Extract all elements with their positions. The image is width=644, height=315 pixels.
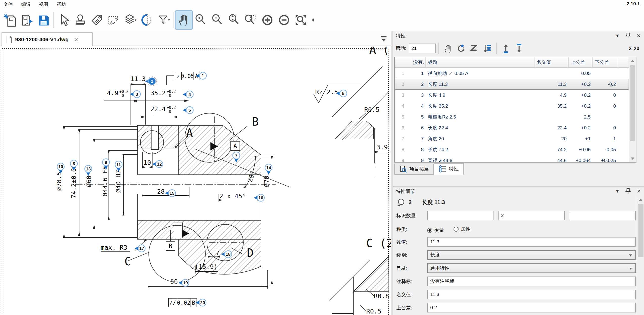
svg-text:-0: -0 xyxy=(167,93,171,98)
rotate-icon[interactable] xyxy=(454,43,467,54)
table-row[interactable]: 66长度 22.422.4+0.20 xyxy=(395,122,629,133)
col-upper[interactable]: 上公差 xyxy=(569,57,593,67)
characteristics-table: 没有。标题名义值上公差下公差11径向跳动 ↗ 0.05 A0.0522长度 11… xyxy=(394,57,636,163)
panel-splitter[interactable] xyxy=(391,31,393,315)
zoom-window-button[interactable] xyxy=(242,11,259,29)
jump-first-icon[interactable] xyxy=(499,43,512,54)
minus-button[interactable] xyxy=(276,11,292,29)
tab-project-expansion[interactable]: 项目拓展 xyxy=(394,164,434,175)
collapse-left-button[interactable] xyxy=(309,11,317,29)
tab-list-icon[interactable] xyxy=(380,35,388,42)
nominal-input[interactable]: 11.3 xyxy=(427,290,636,299)
detail-heading: 长度 11.3 xyxy=(422,199,445,206)
dimension-text: 7 xyxy=(216,249,219,257)
document-tab[interactable]: 930-1200-406-V1.dwg × xyxy=(2,32,93,46)
col-no[interactable]: 没有。 xyxy=(411,57,426,67)
col-nominal[interactable]: 名义值 xyxy=(534,57,569,67)
dimension-text: 4.9 xyxy=(107,89,118,97)
z-order-icon[interactable] xyxy=(467,43,481,54)
table-row[interactable]: 77角度 2020+1-1 xyxy=(395,133,629,144)
zoom-out-button[interactable] xyxy=(209,11,226,29)
details-scrollbar[interactable] xyxy=(637,196,644,315)
panel-pin-icon[interactable] xyxy=(625,32,631,39)
balloon-12[interactable]: 12 xyxy=(152,161,163,168)
pick-hand-icon[interactable] xyxy=(441,43,454,54)
scroll-up-icon[interactable] xyxy=(637,196,644,203)
panel-close-icon[interactable]: × xyxy=(635,32,642,39)
scroll-up-icon[interactable] xyxy=(629,57,636,64)
table-row[interactable]: 11径向跳动 ↗ 0.05 A0.05 xyxy=(395,68,629,79)
svg-text:8: 8 xyxy=(73,161,75,166)
save-button[interactable] xyxy=(35,11,52,29)
region-select-button[interactable]: 1A xyxy=(105,11,122,29)
svg-text:20: 20 xyxy=(200,300,205,305)
layers-button[interactable] xyxy=(122,11,139,29)
menu-edit[interactable]: 编辑 xyxy=(21,1,30,7)
id-count-input-1[interactable] xyxy=(427,211,494,220)
table-row[interactable]: 55粗糙度Rz 2.52.5 xyxy=(395,111,629,122)
hand-button[interactable] xyxy=(176,11,192,29)
plus-button[interactable] xyxy=(259,11,276,29)
table-scrollbar[interactable] xyxy=(629,57,636,162)
zoom-fit-button[interactable] xyxy=(292,11,309,29)
balloon-4[interactable]: 4 xyxy=(183,91,193,98)
value-input[interactable]: 11.3 xyxy=(427,237,636,247)
select-cursor-button[interactable] xyxy=(55,11,72,29)
tag-button[interactable] xyxy=(89,11,105,29)
kind-radio-variable[interactable]: 变量 xyxy=(427,227,444,234)
tab-close-icon[interactable]: × xyxy=(74,36,78,44)
drawing-canvas[interactable]: ↗0.05A//0.02BAB11.34.9+0.2-035.2+0.2-022… xyxy=(0,47,391,315)
balloon-20[interactable]: 20 xyxy=(196,299,206,306)
col-title[interactable]: 标题 xyxy=(426,57,534,67)
list-sort-icon[interactable] xyxy=(481,43,494,54)
open-document-button[interactable] xyxy=(18,11,35,29)
table-row[interactable]: 88长度 74.274.2+0.05-0.05 xyxy=(395,144,629,155)
col-lower[interactable]: 下公差 xyxy=(593,57,618,67)
svg-text://: // xyxy=(169,300,176,306)
new-document-button[interactable] xyxy=(2,11,18,29)
jump-last-icon[interactable] xyxy=(512,43,526,54)
details-panel-title-text: 特性细节 xyxy=(396,188,415,195)
table-scroll-thumb[interactable] xyxy=(630,65,635,141)
balloon-17[interactable]: 17 xyxy=(135,245,145,252)
svg-text:-0: -0 xyxy=(167,109,171,114)
mirror-button[interactable] xyxy=(139,11,155,29)
tab-characteristics[interactable]: 特性 xyxy=(434,163,464,175)
upper-tolerance-input[interactable]: 0.2 xyxy=(427,303,636,312)
table-row[interactable]: 22长度 11.311.3+0.2-0.2 xyxy=(395,79,629,90)
balloon-3[interactable]: 3 xyxy=(130,91,140,98)
balloon-6[interactable]: 6 xyxy=(183,107,193,114)
panel-dropdown-icon[interactable]: ▼ xyxy=(614,188,621,194)
dimension-text: Ø44.6 F8 xyxy=(101,166,109,196)
note-input[interactable]: 没有注释标 xyxy=(427,277,636,286)
value-label: 数值: xyxy=(396,239,407,245)
panel-dropdown-icon[interactable]: ▼ xyxy=(614,32,621,39)
stamp-button[interactable] xyxy=(72,11,89,29)
menu-help[interactable]: 帮助 xyxy=(57,1,66,7)
balloon-14[interactable]: 14 xyxy=(265,164,272,175)
catalog-select[interactable]: 通用特性 xyxy=(427,263,636,273)
svg-text:4: 4 xyxy=(188,92,191,97)
table-row[interactable]: 99直径 ⌀ 44.644.6+0.064+0.025 xyxy=(395,155,629,162)
zoom-in-button[interactable] xyxy=(192,11,209,29)
id-count-input-2[interactable]: 2 xyxy=(498,211,565,220)
table-row[interactable]: 33长度 4.94.9+0.20 xyxy=(395,90,629,101)
class-select[interactable]: 长度 xyxy=(427,250,636,260)
table-row[interactable]: 44长度 35.235.2+0.20 xyxy=(395,101,629,111)
filter-button[interactable] xyxy=(155,11,172,29)
panel-pin-icon[interactable] xyxy=(625,188,631,194)
note-label: 注释标: xyxy=(396,278,412,285)
kind-radio-attribute[interactable]: 属性 xyxy=(454,226,470,232)
panel-close-icon[interactable]: × xyxy=(635,188,642,194)
menu-view[interactable]: 视图 xyxy=(39,1,48,7)
start-input[interactable] xyxy=(409,44,436,53)
start-row: 启动: Σ 20 xyxy=(393,41,644,56)
scroll-down-icon[interactable] xyxy=(629,155,636,162)
balloon-19[interactable]: 19 xyxy=(178,279,189,286)
menu-file[interactable]: 文件 xyxy=(4,1,13,7)
balloon-13[interactable]: 13 xyxy=(85,165,92,176)
id-count-input-3[interactable] xyxy=(569,211,636,220)
balloon-2[interactable]: 2 xyxy=(145,77,157,86)
details-scroll-thumb[interactable] xyxy=(638,204,643,257)
zoom-dynamic-button[interactable] xyxy=(226,11,242,29)
